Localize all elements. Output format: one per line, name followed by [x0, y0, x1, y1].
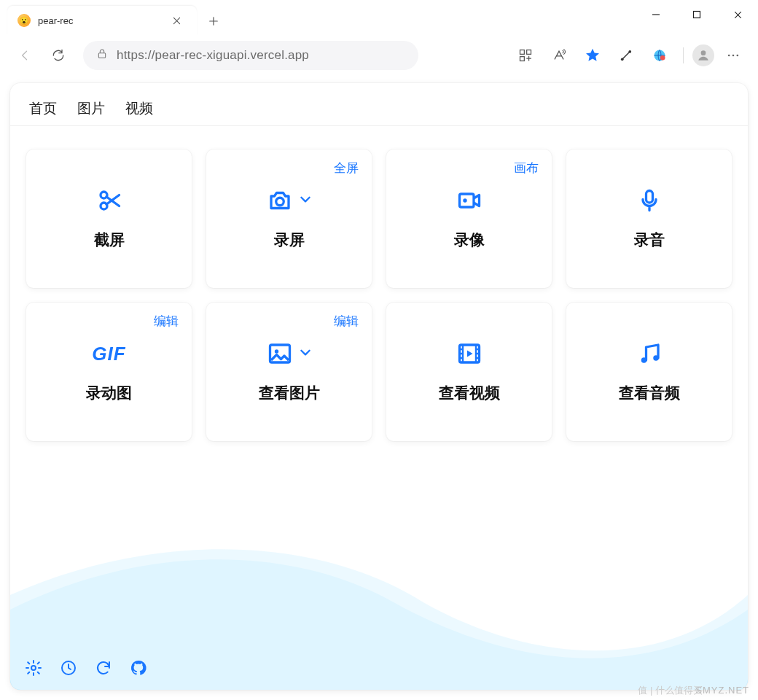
svg-rect-3: [527, 50, 531, 55]
card-label: 查看图片: [259, 383, 320, 403]
browser-tab[interactable]: 😮 pear-rec: [7, 6, 197, 35]
extension-1-icon[interactable]: [612, 41, 641, 70]
svg-point-23: [653, 355, 659, 361]
tab-title: pear-rec: [38, 15, 160, 26]
music-note-icon: [636, 341, 663, 367]
svg-point-11: [732, 55, 735, 57]
browser-titlebar: 😮 pear-rec: [0, 0, 758, 35]
film-play-icon: [456, 341, 482, 367]
card-record-gif[interactable]: 编辑 GIF 录动图: [26, 303, 192, 441]
scissors-icon: [96, 187, 122, 214]
lock-icon: [96, 48, 108, 63]
read-aloud-icon[interactable]: [544, 41, 574, 70]
card-record-video[interactable]: 画布 录像: [386, 149, 552, 288]
card-record-screen[interactable]: 全屏 录屏: [206, 149, 372, 288]
nav-item-image[interactable]: 图片: [77, 99, 105, 118]
app-container: 首页 图片 视频 截屏 全屏 录屏: [10, 83, 748, 690]
tab-close-button[interactable]: [168, 12, 185, 29]
svg-point-22: [641, 357, 646, 363]
card-label: 录动图: [86, 383, 132, 403]
history-button[interactable]: [58, 658, 79, 678]
window-controls: [636, 0, 758, 29]
settings-button[interactable]: [23, 658, 44, 678]
nav-item-video[interactable]: 视频: [125, 99, 153, 118]
close-window-button[interactable]: [717, 0, 758, 29]
card-label: 查看视频: [439, 383, 500, 403]
refresh-button[interactable]: [44, 41, 73, 70]
card-badge[interactable]: 画布: [514, 160, 539, 176]
card-screenshot[interactable]: 截屏: [26, 149, 192, 288]
card-label: 截屏: [94, 230, 125, 250]
extension-2-icon[interactable]: [645, 41, 674, 70]
svg-rect-0: [694, 12, 700, 18]
minimize-button[interactable]: [636, 0, 676, 29]
chevron-down-icon[interactable]: [299, 192, 312, 209]
card-badge[interactable]: 编辑: [154, 313, 179, 330]
new-tab-button[interactable]: [201, 9, 226, 34]
chevron-down-icon[interactable]: [299, 346, 312, 362]
svg-point-9: [701, 50, 706, 55]
svg-point-24: [31, 666, 36, 670]
svg-point-20: [274, 349, 278, 353]
card-label: 录屏: [274, 230, 305, 250]
github-button[interactable]: [128, 658, 149, 678]
watermark-2: 值 | 什么值得买: [638, 684, 703, 697]
toolbar-divider: [683, 47, 684, 63]
svg-point-8: [660, 55, 665, 61]
card-view-video[interactable]: 查看视频: [386, 303, 552, 441]
maximize-button[interactable]: [676, 0, 717, 29]
favorite-star-icon[interactable]: [578, 41, 607, 70]
card-badge[interactable]: 全屏: [334, 160, 359, 176]
image-icon: [267, 341, 312, 367]
tab-favicon-icon: 😮: [17, 14, 31, 27]
card-label: 查看音频: [619, 383, 680, 403]
apps-icon[interactable]: [511, 41, 540, 70]
video-camera-icon: [456, 187, 482, 214]
card-badge[interactable]: 编辑: [334, 313, 359, 330]
app-footer: [10, 648, 748, 690]
svg-rect-18: [646, 191, 652, 203]
card-view-image[interactable]: 编辑 查看图片: [206, 303, 372, 441]
more-menu-icon[interactable]: [719, 41, 748, 70]
gif-icon: GIF: [92, 341, 125, 367]
back-button[interactable]: [10, 41, 39, 70]
svg-rect-4: [520, 57, 525, 61]
svg-rect-2: [520, 50, 525, 55]
svg-point-10: [728, 55, 730, 57]
svg-point-15: [276, 198, 284, 206]
card-grid: 截屏 全屏 录屏 画布 录像: [10, 126, 748, 454]
address-bar[interactable]: https://pear-rec-xiguapi.vercel.app: [83, 41, 418, 70]
card-label: 录像: [454, 230, 485, 250]
profile-avatar[interactable]: [692, 44, 714, 66]
url-text: https://pear-rec-xiguapi.vercel.app: [117, 48, 309, 63]
app-nav: 首页 图片 视频: [10, 83, 748, 126]
svg-point-17: [463, 198, 466, 202]
mic-icon: [636, 187, 663, 214]
camera-icon: [267, 187, 312, 214]
card-record-audio[interactable]: 录音: [566, 149, 732, 288]
svg-rect-1: [98, 53, 105, 58]
watermark: SMYZ.NET: [695, 685, 749, 696]
sync-button[interactable]: [93, 658, 114, 678]
card-view-audio[interactable]: 查看音频: [566, 303, 732, 441]
browser-toolbar: https://pear-rec-xiguapi.vercel.app: [0, 35, 758, 76]
svg-point-12: [737, 55, 739, 57]
browser-viewport: 首页 图片 视频 截屏 全屏 录屏: [0, 76, 758, 700]
card-label: 录音: [634, 230, 665, 250]
nav-item-home[interactable]: 首页: [29, 99, 57, 118]
